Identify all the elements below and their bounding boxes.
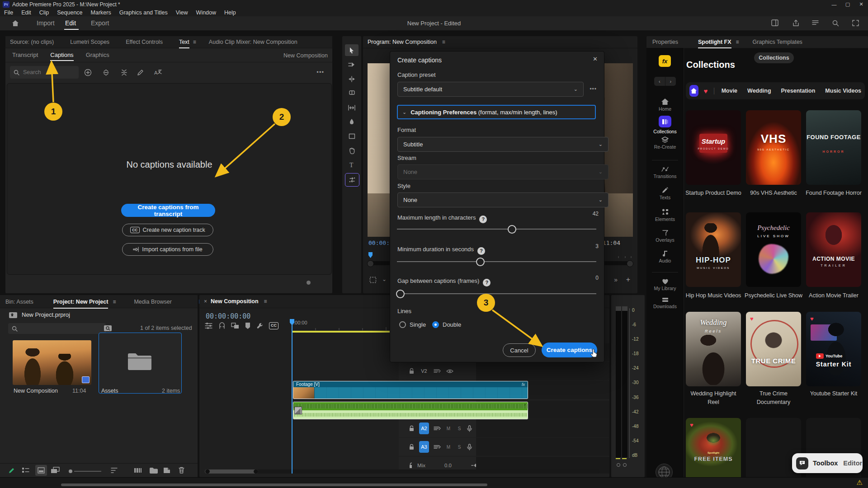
template-card[interactable]: FOUND FOOTAGE HORROR <box>806 110 861 185</box>
sidebar-item-texts[interactable]: Texts <box>646 187 684 200</box>
timeline-panel-menu-icon[interactable]: ≡ <box>264 298 267 305</box>
caption-preset-select[interactable]: Subtitle default⌄ <box>397 82 584 97</box>
track-header-a2[interactable]: A2 M S <box>399 419 476 437</box>
template-title[interactable]: Wedding Highlight Reel <box>684 389 743 407</box>
favorite-heart-icon[interactable]: ♥ <box>750 315 754 322</box>
track-badge[interactable]: A3 <box>419 441 429 453</box>
toggle-visibility-icon[interactable] <box>446 369 453 374</box>
sequence-thumbnail[interactable] <box>13 340 91 385</box>
template-title[interactable]: 90s VHS Aesthetic <box>744 189 803 197</box>
selection-tool-icon[interactable] <box>345 44 359 56</box>
solo-button[interactable]: S <box>455 426 463 431</box>
nav-history-buttons[interactable]: ‹ › <box>654 77 676 86</box>
close-button[interactable]: ✕ <box>854 0 868 9</box>
snap-magnet-icon[interactable] <box>218 322 226 329</box>
sequence-tab[interactable]: New Composition <box>211 298 259 305</box>
create-new-caption-track-button[interactable]: CC Create new caption track <box>122 224 213 236</box>
mute-button[interactable]: M <box>444 445 453 450</box>
menu-item[interactable]: Clip <box>35 9 53 16</box>
program-panel-menu-icon[interactable]: ≡ <box>442 39 445 45</box>
navigate-up-icon[interactable] <box>9 311 17 318</box>
trash-icon[interactable] <box>178 466 185 474</box>
filter-presentation[interactable]: Presentation <box>781 88 816 94</box>
tab-bin-assets[interactable]: Bin: Assets <box>5 299 33 305</box>
help-icon[interactable]: ? <box>477 247 485 255</box>
sidebar-item-audio[interactable]: Audio <box>646 250 684 263</box>
lane-v2[interactable] <box>476 362 609 380</box>
gap-slider[interactable] <box>397 293 596 294</box>
template-card[interactable]: ACTION MOVIE TRAILER <box>806 212 861 287</box>
template-title[interactable]: Action Movie Trailer <box>804 291 863 300</box>
template-card[interactable]: ♥ YouTube Starter Kit <box>806 312 861 386</box>
timeline-scrollbar[interactable] <box>205 469 599 474</box>
source-assign-icon[interactable] <box>434 444 441 450</box>
captioning-preferences-toggle[interactable]: ⌄ Captioning Preferences (format, max/mi… <box>397 105 596 119</box>
lock-icon[interactable] <box>409 425 415 432</box>
source-assign-icon[interactable] <box>434 368 441 374</box>
solo-button[interactable]: S <box>455 445 463 450</box>
panel-stack-icon[interactable] <box>811 19 819 27</box>
automate-sequence-icon[interactable] <box>134 467 142 474</box>
menu-item[interactable]: Window <box>192 9 220 16</box>
filter-favorites-icon[interactable]: ♥ <box>704 87 708 95</box>
mix-volume-value[interactable]: 0.0 <box>444 463 452 468</box>
linked-selection-icon[interactable] <box>231 322 239 329</box>
template-card[interactable]: HIP-HOP MUSIC VIDEOS <box>686 212 741 287</box>
template-card[interactable]: Wedding Reels <box>686 312 741 386</box>
sidebar-item-my-library[interactable]: My Library <box>646 278 684 291</box>
favorite-heart-icon[interactable]: ♥ <box>690 422 693 428</box>
help-icon[interactable]: ? <box>483 279 491 286</box>
add-caption-icon[interactable] <box>84 69 92 76</box>
audio-clip[interactable]: ♪ <box>293 402 528 419</box>
mic-icon[interactable] <box>467 444 472 450</box>
lock-icon[interactable] <box>409 368 415 374</box>
hand-tool-icon[interactable] <box>345 145 359 156</box>
playhead-marker[interactable] <box>289 319 295 327</box>
menu-item[interactable]: Sequence <box>53 9 86 16</box>
collections-pill-button[interactable]: Collections <box>754 52 794 63</box>
track-select-tool-icon[interactable] <box>345 59 359 70</box>
project-search[interactable] <box>8 323 106 334</box>
fullscreen-icon[interactable] <box>852 19 859 27</box>
filter-wedding[interactable]: Wedding <box>747 88 771 94</box>
zoom-slider-handle[interactable] <box>69 469 72 473</box>
account-globe-icon[interactable] <box>656 464 673 477</box>
tab-graphics[interactable]: Graphics <box>86 52 109 58</box>
help-icon[interactable]: ? <box>479 216 487 223</box>
min-duration-slider[interactable] <box>397 261 596 262</box>
list-view-icon[interactable] <box>22 467 30 474</box>
search-input[interactable] <box>22 69 75 76</box>
mute-button[interactable]: M <box>444 426 453 431</box>
lane-a2[interactable] <box>476 419 609 437</box>
razor-tool-icon[interactable] <box>345 87 359 99</box>
scroll-handle-right[interactable] <box>254 469 258 474</box>
preset-more-icon[interactable]: ••• <box>590 86 597 92</box>
item-label[interactable]: New Composition <box>14 388 58 394</box>
format-select[interactable]: Subtitle⌄ <box>397 137 609 152</box>
template-card[interactable]: ♥ Spotlight FREE ITEMS <box>686 418 741 477</box>
ripple-edit-tool-icon[interactable] <box>345 73 359 85</box>
forward-icon[interactable]: › <box>665 77 676 86</box>
track-header-v2[interactable]: V2 <box>399 362 476 380</box>
cancel-button[interactable]: Cancel <box>503 343 536 357</box>
edit-pencil-icon[interactable] <box>137 69 144 76</box>
share-icon[interactable] <box>792 19 800 27</box>
close-sequence-icon[interactable]: × <box>204 298 207 305</box>
item-label[interactable]: Assets <box>101 388 118 394</box>
sort-icon[interactable] <box>110 467 118 474</box>
writable-pencil-icon[interactable] <box>8 467 16 474</box>
merge-caption-icon[interactable] <box>120 69 128 76</box>
wrench-icon[interactable] <box>256 322 264 329</box>
menu-item[interactable]: File <box>0 9 17 16</box>
tab-media-browser[interactable]: Media Browser <box>134 299 171 305</box>
template-title[interactable]: Hip Hop Music Videos <box>684 291 743 300</box>
dock-tab-source[interactable]: Source: (no clips) <box>10 39 54 45</box>
split-caption-icon[interactable] <box>102 69 110 76</box>
template-card[interactable]: ♥ TRUE CRIME <box>746 312 801 386</box>
dock-tab-text[interactable]: Text <box>179 39 189 45</box>
max-length-slider-thumb[interactable] <box>508 225 516 234</box>
thumbnail-view-icon[interactable] <box>35 465 47 476</box>
sidebar-item-transitions[interactable]: Transitions <box>646 166 684 179</box>
template-card[interactable]: Startup PRODUCT DEMO <box>686 110 741 185</box>
filter-movie[interactable]: Movie <box>722 88 737 94</box>
